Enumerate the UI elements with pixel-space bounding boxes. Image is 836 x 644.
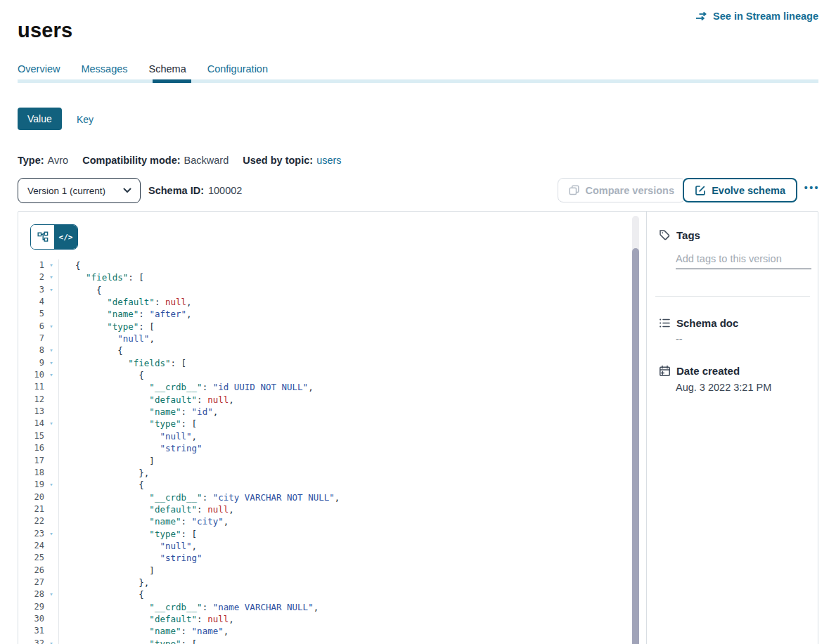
code-line: 29 "__crdb__": "name VARCHAR NULL", <box>18 601 629 613</box>
code-line: 32▾ "type": [ <box>18 638 629 644</box>
code-line: 13 "name": "id", <box>18 406 629 418</box>
copy-icon <box>569 185 579 195</box>
fold-toggle-icon[interactable]: ▾ <box>44 418 58 430</box>
fold-toggle-icon[interactable]: ▾ <box>44 638 58 644</box>
meta-item: Used by topic:users <box>243 155 341 166</box>
tag-icon <box>659 229 671 241</box>
schema-doc-section-title: Schema doc <box>659 317 738 329</box>
code-line: 30 "default": null, <box>18 613 629 625</box>
meta-label: Used by topic: <box>243 155 313 166</box>
tags-title-label: Tags <box>676 229 700 241</box>
schema-sidebar: Tags Schema doc -- <box>646 212 818 644</box>
meta-item: Compatibility mode:Backward <box>82 155 229 166</box>
code-line: 10▾ { <box>18 369 629 381</box>
schema-doc-title-label: Schema doc <box>676 317 738 329</box>
schema-doc-value: -- <box>676 333 683 344</box>
code-line: 16 "string" <box>18 442 629 454</box>
fold-toggle-icon[interactable]: ▾ <box>44 588 58 600</box>
line-number: 5 <box>18 308 44 320</box>
line-number: 21 <box>18 503 44 515</box>
schema-meta-row: Type:AvroCompatibility mode:BackwardUsed… <box>18 155 342 166</box>
version-select[interactable]: Version 1 (current) <box>18 178 141 203</box>
code-line: 31 "name": "name", <box>18 625 629 637</box>
tags-input[interactable] <box>676 250 811 269</box>
meta-value: Avro <box>48 155 69 166</box>
fold-toggle-icon[interactable]: ▾ <box>44 369 58 381</box>
meta-value-link[interactable]: users <box>316 155 341 166</box>
editor-scrollbar-track[interactable] <box>632 216 639 644</box>
fold-toggle-icon[interactable]: ▾ <box>44 344 58 356</box>
tab-messages[interactable]: Messages <box>81 63 127 75</box>
fold-toggle-icon[interactable]: ▾ <box>44 271 58 283</box>
meta-value: Backward <box>184 155 229 166</box>
tab-underline-track <box>18 79 818 83</box>
more-actions-button[interactable]: ••• <box>800 181 824 194</box>
code-view-icon: </> <box>59 233 73 242</box>
line-number: 30 <box>18 613 44 625</box>
fold-spacer <box>44 381 58 393</box>
fold-toggle-icon[interactable]: ▾ <box>44 357 58 369</box>
code-text: "type": [ <box>58 418 629 430</box>
line-number: 25 <box>18 552 44 564</box>
meta-label: Compatibility mode: <box>82 155 180 166</box>
code-text: "name": "after", <box>58 308 629 320</box>
schema-id: Schema ID: 100002 <box>148 185 242 196</box>
editor-scrollbar-thumb[interactable] <box>632 248 639 644</box>
tab-schema[interactable]: Schema <box>149 63 186 75</box>
line-number: 6 <box>18 321 44 333</box>
stream-lineage-icon <box>695 11 708 21</box>
code-text: "default": null, <box>58 394 629 406</box>
tab-overview[interactable]: Overview <box>18 63 60 75</box>
code-line: 26 ] <box>18 565 629 577</box>
code-line: 7 "null", <box>18 333 629 344</box>
code-text: "fields": [ <box>58 357 629 369</box>
line-number: 10 <box>18 369 44 381</box>
line-number: 3 <box>18 284 44 296</box>
list-icon <box>659 317 671 329</box>
fold-spacer <box>44 308 58 320</box>
tree-view-button[interactable] <box>31 225 54 249</box>
code-text: "default": null, <box>58 613 629 625</box>
fold-toggle-icon[interactable]: ▾ <box>44 284 58 296</box>
value-toggle-button[interactable]: Value <box>18 108 62 130</box>
code-view-button[interactable]: </> <box>54 225 77 249</box>
code-line: 27 }, <box>18 577 629 588</box>
fold-toggle-icon[interactable]: ▾ <box>44 259 58 271</box>
date-created-title-label: Date created <box>676 365 740 377</box>
line-number: 1 <box>18 259 44 271</box>
code-line: 11 "__crdb__": "id UUID NOT NULL", <box>18 381 629 393</box>
fold-spacer <box>44 296 58 308</box>
code-text: "type": [ <box>58 321 629 333</box>
line-number: 22 <box>18 515 44 527</box>
fold-spacer <box>44 565 58 577</box>
fold-spacer <box>44 625 58 637</box>
fold-spacer <box>44 540 58 552</box>
date-created-value: Aug. 3 2022 3:21 PM <box>676 382 771 393</box>
code-line: 6▾ "type": [ <box>18 321 629 333</box>
fold-toggle-icon[interactable]: ▾ <box>44 321 58 333</box>
compare-versions-label: Compare versions <box>585 185 674 196</box>
key-toggle-button[interactable]: Key <box>72 113 98 126</box>
compare-versions-button[interactable]: Compare versions <box>558 178 686 202</box>
code-line: 8▾ { <box>18 344 629 356</box>
code-line: 18 }, <box>18 467 629 479</box>
evolve-schema-button[interactable]: Evolve schema <box>683 178 797 202</box>
line-number: 12 <box>18 394 44 406</box>
code-text: "name": "name", <box>58 625 629 637</box>
tab-configuration[interactable]: Configuration <box>207 63 268 75</box>
code-line: 2▾ "fields": [ <box>18 271 629 283</box>
code-text: "null", <box>58 540 629 552</box>
code-line: 3▾ { <box>18 284 629 296</box>
code-text: "__crdb__": "id UUID NOT NULL", <box>58 381 629 393</box>
fold-toggle-icon[interactable]: ▾ <box>44 479 58 491</box>
version-select-value: Version 1 (current) <box>27 186 105 196</box>
tab-active-indicator <box>153 79 191 83</box>
fold-toggle-icon[interactable]: ▾ <box>44 528 58 540</box>
code-text: ] <box>58 565 629 577</box>
code-line: 24 "null", <box>18 540 629 552</box>
fold-spacer <box>44 442 58 454</box>
stream-lineage-label: See in Stream lineage <box>713 11 818 22</box>
evolve-schema-label: Evolve schema <box>712 185 785 196</box>
stream-lineage-link[interactable]: See in Stream lineage <box>695 11 818 22</box>
tags-section-title: Tags <box>659 229 700 241</box>
